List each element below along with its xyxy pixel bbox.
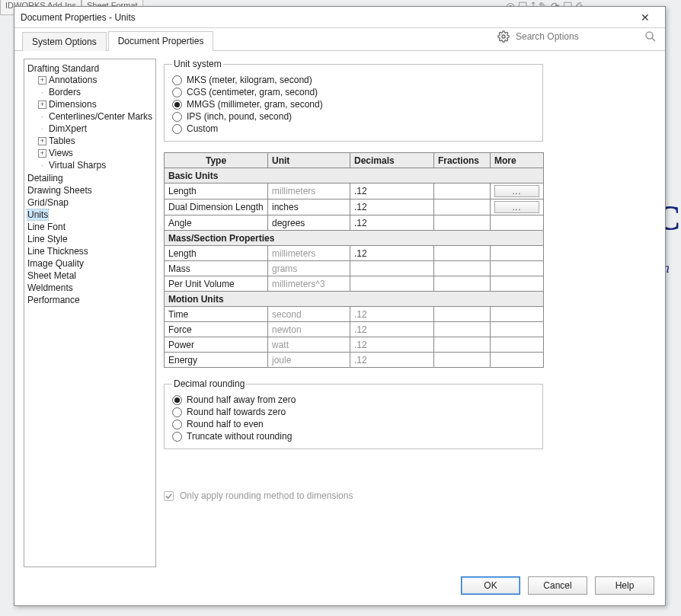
- expand-icon[interactable]: +: [38, 137, 46, 145]
- content-pane: Unit system MKS (meter, kilogram, second…: [164, 59, 656, 567]
- section-motion-units: Motion Units: [165, 292, 544, 307]
- search-icon: [644, 30, 657, 43]
- radio-icon: [172, 100, 182, 110]
- units-table[interactable]: Type Unit Decimals Fractions More Basic …: [164, 152, 544, 368]
- tree-sheet-metal[interactable]: Sheet Metal: [26, 270, 154, 282]
- tree-detailing[interactable]: Detailing: [26, 172, 154, 184]
- only-apply-label: Only apply rounding method to dimensions: [180, 490, 353, 501]
- svg-point-0: [502, 35, 505, 38]
- tree-weldments[interactable]: Weldments: [26, 282, 154, 294]
- radio-icon: [172, 420, 182, 429]
- col-type: Type: [165, 153, 268, 168]
- svg-point-1: [646, 32, 653, 39]
- row-energy[interactable]: Energy joule .12: [165, 353, 544, 368]
- expand-icon[interactable]: +: [38, 76, 46, 85]
- close-button[interactable]: ✕: [631, 9, 659, 26]
- gear-icon: [497, 30, 510, 43]
- radio-icon: [172, 112, 182, 122]
- category-tree[interactable]: Drafting Standard +Annotations ·Borders …: [24, 59, 156, 567]
- table-header-row: Type Unit Decimals Fractions More: [165, 153, 544, 168]
- radio-icon: [172, 124, 182, 134]
- col-more: More: [491, 153, 544, 168]
- tab-document-properties[interactable]: Document Properties: [108, 31, 214, 51]
- tree-borders[interactable]: ·Borders: [37, 86, 154, 98]
- radio-truncate[interactable]: Truncate without rounding: [172, 430, 535, 442]
- titlebar: Document Properties - Units ✕: [14, 7, 665, 28]
- checkbox-icon: [164, 491, 174, 501]
- expand-icon[interactable]: +: [38, 149, 46, 158]
- tree-line-style[interactable]: Line Style: [26, 233, 154, 245]
- tree-grid-snap[interactable]: Grid/Snap: [26, 196, 154, 209]
- dialog-footer: OK Cancel Help: [14, 573, 665, 605]
- tab-row: System Options Document Properties: [14, 28, 665, 51]
- only-apply-rounding: Only apply rounding method to dimensions: [164, 490, 656, 501]
- tree-units[interactable]: Units: [26, 209, 154, 221]
- tree-image-quality[interactable]: Image Quality: [26, 257, 154, 270]
- tree-annotations[interactable]: +Annotations: [37, 74, 154, 86]
- tree-performance[interactable]: Performance: [26, 294, 154, 306]
- cancel-button[interactable]: Cancel: [528, 576, 587, 595]
- section-basic-units: Basic Units: [165, 168, 544, 184]
- tree-tables[interactable]: +Tables: [37, 135, 154, 147]
- tree-dimensions[interactable]: +Dimensions: [37, 98, 154, 110]
- tree-views[interactable]: +Views: [37, 147, 154, 159]
- ok-button[interactable]: OK: [461, 576, 520, 595]
- row-mass[interactable]: Mass grams: [165, 261, 544, 276]
- section-mass-properties: Mass/Section Properties: [165, 231, 544, 246]
- expand-icon[interactable]: +: [38, 101, 46, 109]
- radio-mks[interactable]: MKS (meter, kilogram, second): [172, 74, 535, 86]
- col-decimals: Decimals: [350, 153, 434, 168]
- row-force[interactable]: Force newton .12: [165, 322, 544, 337]
- col-unit: Unit: [268, 153, 350, 168]
- row-length[interactable]: Length millimeters .12 ...: [165, 184, 544, 199]
- row-power[interactable]: Power watt .12: [165, 337, 544, 353]
- help-button[interactable]: Help: [595, 576, 654, 595]
- radio-cgs[interactable]: CGS (centimeter, gram, second): [172, 86, 535, 98]
- unit-system-legend: Unit system: [172, 59, 223, 69]
- radio-icon: [172, 75, 182, 85]
- col-fractions: Fractions: [434, 153, 491, 168]
- radio-icon: [172, 395, 182, 405]
- document-properties-dialog: Document Properties - Units ✕ System Opt…: [14, 6, 666, 606]
- radio-icon: [172, 407, 182, 417]
- radio-mmgs[interactable]: MMGS (millimeter, gram, second): [172, 98, 535, 110]
- decimal-rounding-group: Decimal rounding Round half away from ze…: [164, 378, 543, 449]
- more-button[interactable]: ...: [494, 185, 539, 197]
- row-mass-length[interactable]: Length millimeters .12: [165, 246, 544, 261]
- more-button[interactable]: ...: [494, 201, 539, 213]
- row-angle[interactable]: Angle degrees .12: [165, 215, 544, 231]
- tree-dimxpert[interactable]: ·DimXpert: [37, 123, 154, 135]
- close-icon: ✕: [641, 11, 650, 24]
- decimal-rounding-legend: Decimal rounding: [172, 378, 246, 389]
- dialog-title: Document Properties - Units: [21, 12, 136, 23]
- tree-line-font[interactable]: Line Font: [26, 221, 154, 233]
- svg-line-2: [652, 38, 655, 41]
- unit-system-group: Unit system MKS (meter, kilogram, second…: [164, 59, 543, 142]
- tree-drawing-sheets[interactable]: Drawing Sheets: [26, 184, 154, 196]
- row-per-unit-volume[interactable]: Per Unit Volume millimeters^3: [165, 276, 544, 292]
- tree-virtual-sharps[interactable]: ·Virtual Sharps: [37, 159, 154, 171]
- row-dual-dimension[interactable]: Dual Dimension Length inches .12 ...: [165, 199, 544, 215]
- tree-drafting-standard[interactable]: Drafting Standard +Annotations ·Borders …: [26, 62, 154, 172]
- tree-line-thickness[interactable]: Line Thickness: [26, 245, 154, 257]
- radio-icon: [172, 88, 182, 97]
- radio-custom[interactable]: Custom: [172, 123, 535, 135]
- tab-system-options[interactable]: System Options: [22, 32, 107, 51]
- search-input[interactable]: [514, 30, 639, 43]
- radio-ips[interactable]: IPS (inch, pound, second): [172, 110, 535, 123]
- row-time[interactable]: Time second .12: [165, 307, 544, 322]
- radio-icon: [172, 432, 182, 442]
- radio-round-away[interactable]: Round half away from zero: [172, 394, 535, 406]
- search-options: [497, 30, 657, 43]
- radio-round-even[interactable]: Round half to even: [172, 418, 535, 430]
- radio-round-towards[interactable]: Round half towards zero: [172, 406, 535, 418]
- tree-centerlines[interactable]: ·Centerlines/Center Marks: [37, 110, 154, 123]
